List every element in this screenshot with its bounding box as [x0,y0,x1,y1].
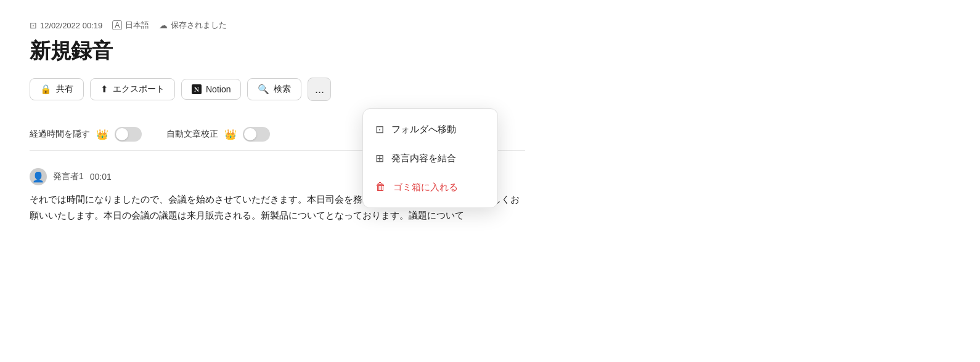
lang-icon: A [112,20,122,30]
hide-time-setting: 経過時間を隠す 👑 [30,127,142,142]
dropdown-menu: ⊡ フォルダへ移動 ⊞ 発言内容を結合 🗑 ゴミ箱に入れる [362,108,498,208]
crown-icon-2: 👑 [224,129,237,140]
hide-time-label: 経過時間を隠す [30,129,90,140]
trash-icon: 🗑 [375,181,386,193]
search-icon: 🔍 [258,84,269,95]
calendar-icon: ⊡ [30,20,37,30]
merge-utterances-label: 発言内容を結合 [391,153,456,164]
meta-bar: ⊡ 12/02/2022 00:19 A 日本語 ☁ 保存されました [30,20,525,31]
share-button[interactable]: 🔒 共有 [30,78,84,100]
save-status: 保存されました [171,20,227,31]
avatar: 👤 [30,168,47,185]
hide-time-toggle[interactable] [115,127,142,142]
search-button[interactable]: 🔍 検索 [247,78,301,100]
search-label: 検索 [274,84,291,95]
speaker-name: 発言者1 [53,171,84,182]
export-label: エクスポート [113,84,165,95]
autocorrect-label: 自動文章校正 [166,129,218,140]
folder-icon: ⊡ [375,123,384,136]
toolbar: 🔒 共有 ⬆ エクスポート Notion 🔍 検索 ... ⊡ フォルダへ移動 … [30,78,525,101]
page-title: 新規録音 [30,37,525,65]
move-to-trash-label: ゴミ箱に入れる [393,182,458,193]
lang-value: 日本語 [125,20,149,31]
autocorrect-toggle[interactable] [243,127,270,142]
notion-button[interactable]: Notion [181,79,241,100]
speaker-timestamp: 00:01 [90,172,112,182]
lang-meta: A 日本語 [112,20,149,31]
export-icon: ⬆ [100,84,108,95]
share-label: 共有 [56,84,73,95]
more-icon: ... [315,83,324,96]
crown-icon-1: 👑 [96,129,108,140]
notion-label: Notion [206,84,231,94]
save-meta: ☁ 保存されました [159,20,227,31]
date-meta: ⊡ 12/02/2022 00:19 [30,20,102,30]
more-button[interactable]: ... [308,78,331,101]
export-button[interactable]: ⬆ エクスポート [90,78,175,100]
move-to-folder-label: フォルダへ移動 [391,124,456,135]
move-to-folder-item[interactable]: ⊡ フォルダへ移動 [363,115,497,144]
date-value: 12/02/2022 00:19 [40,21,102,30]
cloud-icon: ☁ [159,20,168,30]
autocorrect-setting: 自動文章校正 👑 [166,127,270,142]
merge-utterances-item[interactable]: ⊞ 発言内容を結合 [363,144,497,173]
avatar-icon: 👤 [32,171,44,183]
move-to-trash-item[interactable]: 🗑 ゴミ箱に入れる [363,173,497,201]
notion-icon [192,84,202,94]
merge-icon: ⊞ [375,152,384,165]
lock-icon: 🔒 [40,84,52,95]
